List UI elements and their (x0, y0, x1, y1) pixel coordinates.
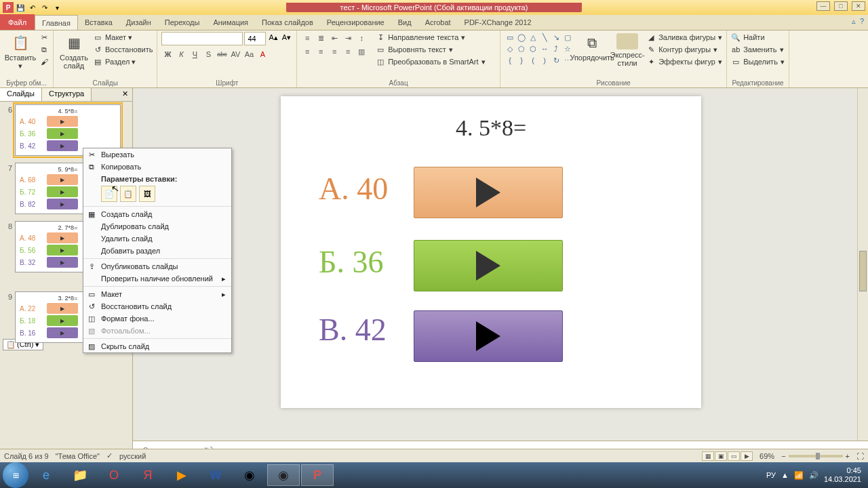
ctx-duplicate[interactable]: Дублировать слайд (83, 220, 231, 232)
justify-icon[interactable]: ≡ (342, 45, 354, 58)
select-button[interactable]: ▭Выделить▾ (731, 56, 785, 67)
tb-ie[interactable]: e (30, 464, 62, 486)
tb-obs[interactable]: ◉ (267, 464, 300, 486)
font-family-input[interactable] (161, 32, 243, 45)
cut-button[interactable]: ✂ (39, 32, 49, 43)
view-reading-icon[interactable]: ▭ (728, 451, 740, 461)
align-left-icon[interactable]: ≡ (301, 45, 313, 58)
help-icon[interactable]: ? (860, 17, 864, 26)
shape-fill-button[interactable]: ◢Заливка фигуры▾ (646, 32, 722, 43)
font-size-input[interactable] (244, 32, 266, 45)
answer-a-button[interactable] (414, 167, 563, 218)
quick-styles-button[interactable]: Экспресс-стили (611, 32, 644, 68)
redo-icon[interactable]: ↷ (39, 2, 50, 13)
maximize-button[interactable]: □ (834, 1, 848, 11)
layout-button[interactable]: ▭Макет ▾ (93, 32, 153, 43)
tb-chrome[interactable]: ◉ (233, 464, 266, 486)
tb-player[interactable]: ▶ (165, 464, 198, 486)
ctx-layout[interactable]: ▭Макет (83, 288, 231, 300)
outline-tab-slides[interactable]: Слайды (0, 88, 42, 101)
tray-sound-icon[interactable]: 🔊 (809, 471, 818, 480)
replace-button[interactable]: abЗаменить▾ (731, 44, 785, 55)
shapes-gallery[interactable]: ▭◯△╲↘▢ ◇⬠⬡↔⤴☆ {}()↻⋯ (505, 32, 573, 66)
panel-close-icon[interactable]: ✕ (118, 88, 132, 101)
ctx-check-updates[interactable]: Проверить наличие обновлений (83, 272, 231, 285)
columns-icon[interactable]: ▥ (355, 45, 368, 58)
align-right-icon[interactable]: ≡ (328, 45, 340, 58)
strike-button[interactable]: abc (216, 48, 228, 60)
arrange-button[interactable]: ⧉Упорядочить (576, 32, 608, 63)
numbering-icon[interactable]: ≣ (315, 32, 327, 44)
new-slide-button[interactable]: ▦Создать слайд (58, 32, 90, 71)
underline-button[interactable]: Ч (189, 48, 201, 60)
vertical-scrollbar[interactable] (857, 88, 868, 462)
tab-file[interactable]: Файл (0, 14, 35, 30)
undo-icon[interactable]: ↶ (27, 2, 38, 13)
tab-home[interactable]: Главная (35, 15, 78, 30)
tab-slideshow[interactable]: Показ слайдов (255, 15, 320, 30)
tb-yandex[interactable]: Я (132, 464, 164, 486)
ctx-copy[interactable]: ⧉Копировать (83, 161, 231, 173)
font-color-button[interactable]: A (256, 48, 269, 60)
grow-font-icon[interactable]: A▴ (267, 32, 279, 45)
inc-indent-icon[interactable]: ⇥ (342, 32, 354, 44)
zoom-in-icon[interactable]: + (846, 452, 850, 460)
reset-button[interactable]: ↺Восстановить (93, 44, 153, 55)
line-spacing-icon[interactable]: ↕ (355, 32, 368, 44)
ctx-bg-format[interactable]: ◫Формат фона... (83, 312, 231, 325)
status-language[interactable]: русский (119, 452, 146, 460)
qat-more-icon[interactable]: ▾ (52, 2, 62, 13)
paste-button[interactable]: 📋Вставить▾ (4, 32, 37, 71)
zoom-out-icon[interactable]: − (781, 452, 785, 460)
slide-canvas-area[interactable]: 4. 5*8= А. 40 Б. 36 В. 42 (133, 88, 868, 462)
format-painter-button[interactable]: 🖌 (39, 56, 49, 67)
slide-canvas[interactable]: 4. 5*8= А. 40 Б. 36 В. 42 (281, 96, 701, 408)
shape-effects-button[interactable]: ✦Эффекты фигур▾ (646, 56, 722, 67)
view-slideshow-icon[interactable]: ▶ (741, 451, 753, 461)
tb-powerpoint[interactable]: P (301, 464, 334, 486)
minimize-button[interactable]: — (816, 1, 830, 11)
align-center-icon[interactable]: ≡ (315, 45, 327, 58)
shape-outline-button[interactable]: ✎Контур фигуры▾ (646, 44, 722, 55)
save-icon[interactable]: 💾 (15, 2, 26, 13)
dec-indent-icon[interactable]: ⇤ (328, 32, 340, 44)
bullets-icon[interactable]: ≡ (301, 32, 313, 44)
tab-insert[interactable]: Вставка (78, 15, 119, 30)
status-spellcheck-icon[interactable]: ✓ (106, 451, 113, 460)
tray-flag-icon[interactable]: ▲ (781, 471, 789, 479)
italic-button[interactable]: К (175, 48, 187, 60)
align-text-button[interactable]: ▭Выровнять текст▾ (376, 44, 485, 55)
tab-transitions[interactable]: Переходы (158, 15, 207, 30)
tray-network-icon[interactable]: 📶 (794, 471, 804, 480)
tab-design[interactable]: Дизайн (119, 15, 158, 30)
fit-window-icon[interactable]: ⛶ (856, 452, 864, 460)
tab-review[interactable]: Рецензирование (320, 15, 391, 30)
copy-button[interactable]: ⧉ (39, 44, 49, 55)
ctx-add-section[interactable]: Добавить раздел (83, 245, 231, 257)
ctx-cut[interactable]: ✂Вырезать (83, 148, 231, 161)
tb-explorer[interactable]: 📁 (64, 464, 96, 486)
ctx-restore[interactable]: ↺Восстановить слайд (83, 300, 231, 312)
tab-acrobat[interactable]: Acrobat (418, 15, 458, 30)
text-direction-button[interactable]: ↧Направление текста▾ (376, 32, 485, 43)
char-spacing-button[interactable]: AV (229, 48, 241, 60)
answer-b-button[interactable] (414, 240, 563, 291)
paste-opt-3[interactable]: 🖼 (139, 186, 155, 202)
ctx-hide[interactable]: ▨Скрыть слайд (83, 340, 231, 352)
view-sorter-icon[interactable]: ▣ (715, 451, 727, 461)
change-case-button[interactable]: Aa (243, 48, 255, 60)
ribbon-minimize-icon[interactable]: ▵ (852, 17, 856, 26)
outline-tab-structure[interactable]: Структура (42, 88, 92, 101)
zoom-slider[interactable]: − + (781, 452, 850, 460)
close-button[interactable]: ✕ (852, 1, 865, 11)
shrink-font-icon[interactable]: A▾ (281, 32, 292, 45)
tab-view[interactable]: Вид (391, 15, 418, 30)
ctx-new-slide[interactable]: ▦Создать слайд (83, 208, 231, 220)
start-button[interactable]: ⊞ (3, 462, 28, 488)
tb-word[interactable]: W (199, 464, 232, 486)
find-button[interactable]: 🔍Найти (731, 32, 785, 43)
view-normal-icon[interactable]: ▦ (702, 451, 714, 461)
tray-lang[interactable]: РУ (766, 471, 776, 479)
tb-opera[interactable]: O (98, 464, 130, 486)
ctx-publish[interactable]: ⇪Опубликовать слайды (83, 260, 231, 272)
